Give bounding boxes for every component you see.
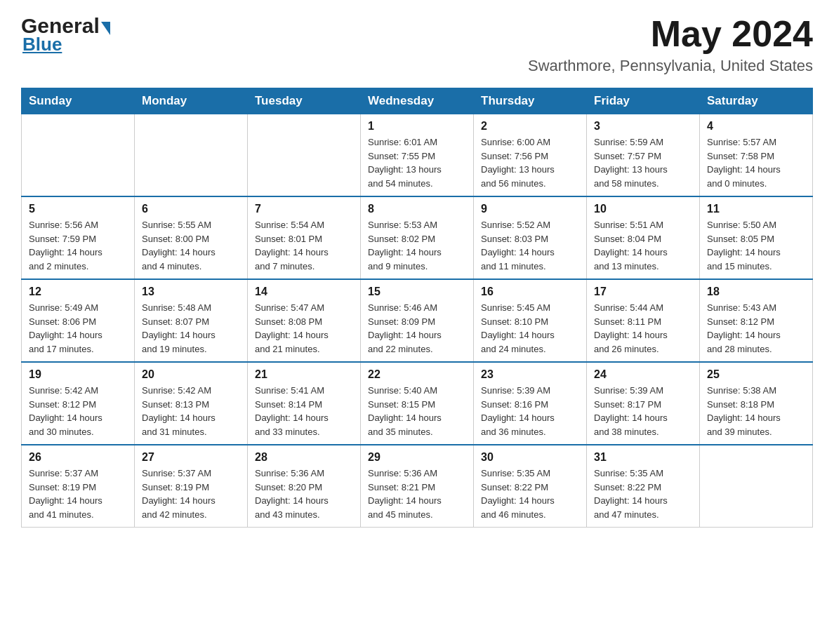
calendar-week-row: 12Sunrise: 5:49 AM Sunset: 8:06 PM Dayli… <box>22 279 813 362</box>
calendar-cell: 9Sunrise: 5:52 AM Sunset: 8:03 PM Daylig… <box>474 196 587 279</box>
calendar-cell: 7Sunrise: 5:54 AM Sunset: 8:01 PM Daylig… <box>248 196 361 279</box>
day-info: Sunrise: 5:51 AM Sunset: 8:04 PM Dayligh… <box>594 218 692 273</box>
day-number: 17 <box>594 286 692 298</box>
calendar-cell: 17Sunrise: 5:44 AM Sunset: 8:11 PM Dayli… <box>587 279 700 362</box>
day-number: 29 <box>368 451 466 464</box>
calendar-cell: 12Sunrise: 5:49 AM Sunset: 8:06 PM Dayli… <box>22 279 135 362</box>
calendar-cell: 8Sunrise: 5:53 AM Sunset: 8:02 PM Daylig… <box>361 196 474 279</box>
calendar-week-row: 5Sunrise: 5:56 AM Sunset: 7:59 PM Daylig… <box>22 196 813 279</box>
calendar-cell: 26Sunrise: 5:37 AM Sunset: 8:19 PM Dayli… <box>22 445 135 528</box>
header: General Blue May 2024 Swarthmore, Pennsy… <box>21 14 813 75</box>
calendar-cell: 11Sunrise: 5:50 AM Sunset: 8:05 PM Dayli… <box>700 196 813 279</box>
day-number: 14 <box>255 286 353 298</box>
calendar-cell <box>248 114 361 197</box>
day-number: 23 <box>481 368 579 381</box>
calendar-cell: 14Sunrise: 5:47 AM Sunset: 8:08 PM Dayli… <box>248 279 361 362</box>
day-info: Sunrise: 5:46 AM Sunset: 8:09 PM Dayligh… <box>368 301 466 356</box>
day-number: 1 <box>368 120 466 133</box>
day-number: 3 <box>594 120 692 133</box>
day-info: Sunrise: 5:35 AM Sunset: 8:22 PM Dayligh… <box>481 467 579 521</box>
day-number: 20 <box>142 368 240 381</box>
day-number: 11 <box>707 203 805 215</box>
calendar-cell <box>135 114 248 197</box>
day-number: 8 <box>368 203 466 215</box>
day-number: 19 <box>29 368 127 381</box>
day-number: 9 <box>481 203 579 215</box>
weekday-header-monday: Monday <box>135 88 248 114</box>
calendar-cell: 23Sunrise: 5:39 AM Sunset: 8:16 PM Dayli… <box>474 362 587 445</box>
day-info: Sunrise: 5:55 AM Sunset: 8:00 PM Dayligh… <box>142 218 240 273</box>
logo-triangle-icon <box>101 22 110 35</box>
calendar-cell: 1Sunrise: 6:01 AM Sunset: 7:55 PM Daylig… <box>361 114 474 197</box>
calendar-cell: 30Sunrise: 5:35 AM Sunset: 8:22 PM Dayli… <box>474 445 587 528</box>
calendar-cell <box>700 445 813 528</box>
calendar-week-row: 19Sunrise: 5:42 AM Sunset: 8:12 PM Dayli… <box>22 362 813 445</box>
calendar-cell: 24Sunrise: 5:39 AM Sunset: 8:17 PM Dayli… <box>587 362 700 445</box>
day-info: Sunrise: 6:00 AM Sunset: 7:56 PM Dayligh… <box>481 135 579 190</box>
day-number: 2 <box>481 120 579 133</box>
calendar-cell: 22Sunrise: 5:40 AM Sunset: 8:15 PM Dayli… <box>361 362 474 445</box>
day-info: Sunrise: 5:40 AM Sunset: 8:15 PM Dayligh… <box>368 384 466 438</box>
day-info: Sunrise: 5:59 AM Sunset: 7:57 PM Dayligh… <box>594 135 692 190</box>
calendar-cell: 13Sunrise: 5:48 AM Sunset: 8:07 PM Dayli… <box>135 279 248 362</box>
calendar-cell: 6Sunrise: 5:55 AM Sunset: 8:00 PM Daylig… <box>135 196 248 279</box>
month-year-title: May 2024 <box>528 14 813 54</box>
calendar-cell: 25Sunrise: 5:38 AM Sunset: 8:18 PM Dayli… <box>700 362 813 445</box>
calendar-cell: 29Sunrise: 5:36 AM Sunset: 8:21 PM Dayli… <box>361 445 474 528</box>
day-info: Sunrise: 5:35 AM Sunset: 8:22 PM Dayligh… <box>594 467 692 521</box>
day-info: Sunrise: 5:36 AM Sunset: 8:21 PM Dayligh… <box>368 467 466 521</box>
day-number: 18 <box>707 286 805 298</box>
day-number: 27 <box>142 451 240 464</box>
day-info: Sunrise: 5:44 AM Sunset: 8:11 PM Dayligh… <box>594 301 692 356</box>
calendar-cell: 5Sunrise: 5:56 AM Sunset: 7:59 PM Daylig… <box>22 196 135 279</box>
day-number: 30 <box>481 451 579 464</box>
day-number: 26 <box>29 451 127 464</box>
day-info: Sunrise: 5:45 AM Sunset: 8:10 PM Dayligh… <box>481 301 579 356</box>
day-number: 22 <box>368 368 466 381</box>
day-number: 25 <box>707 368 805 381</box>
calendar-cell: 16Sunrise: 5:45 AM Sunset: 8:10 PM Dayli… <box>474 279 587 362</box>
calendar-cell: 15Sunrise: 5:46 AM Sunset: 8:09 PM Dayli… <box>361 279 474 362</box>
day-number: 10 <box>594 203 692 215</box>
day-info: Sunrise: 5:49 AM Sunset: 8:06 PM Dayligh… <box>29 301 127 356</box>
calendar-cell: 10Sunrise: 5:51 AM Sunset: 8:04 PM Dayli… <box>587 196 700 279</box>
calendar-cell: 27Sunrise: 5:37 AM Sunset: 8:19 PM Dayli… <box>135 445 248 528</box>
day-info: Sunrise: 5:50 AM Sunset: 8:05 PM Dayligh… <box>707 218 805 273</box>
day-number: 6 <box>142 203 240 215</box>
day-number: 7 <box>255 203 353 215</box>
day-number: 12 <box>29 286 127 298</box>
weekday-header-row: SundayMondayTuesdayWednesdayThursdayFrid… <box>22 88 813 114</box>
day-number: 13 <box>142 286 240 298</box>
day-info: Sunrise: 5:43 AM Sunset: 8:12 PM Dayligh… <box>707 301 805 356</box>
logo-blue-text: Blue <box>22 34 62 55</box>
day-info: Sunrise: 5:48 AM Sunset: 8:07 PM Dayligh… <box>142 301 240 356</box>
day-info: Sunrise: 5:54 AM Sunset: 8:01 PM Dayligh… <box>255 218 353 273</box>
day-number: 24 <box>594 368 692 381</box>
calendar-cell: 4Sunrise: 5:57 AM Sunset: 7:58 PM Daylig… <box>700 114 813 197</box>
day-info: Sunrise: 5:56 AM Sunset: 7:59 PM Dayligh… <box>29 218 127 273</box>
calendar-week-row: 26Sunrise: 5:37 AM Sunset: 8:19 PM Dayli… <box>22 445 813 528</box>
title-area: May 2024 Swarthmore, Pennsylvania, Unite… <box>528 14 813 75</box>
weekday-header-tuesday: Tuesday <box>248 88 361 114</box>
calendar-cell: 28Sunrise: 5:36 AM Sunset: 8:20 PM Dayli… <box>248 445 361 528</box>
day-number: 21 <box>255 368 353 381</box>
calendar-cell: 2Sunrise: 6:00 AM Sunset: 7:56 PM Daylig… <box>474 114 587 197</box>
day-info: Sunrise: 5:38 AM Sunset: 8:18 PM Dayligh… <box>707 384 805 438</box>
day-info: Sunrise: 5:52 AM Sunset: 8:03 PM Dayligh… <box>481 218 579 273</box>
day-info: Sunrise: 5:36 AM Sunset: 8:20 PM Dayligh… <box>255 467 353 521</box>
logo: General Blue <box>21 14 112 55</box>
day-info: Sunrise: 5:41 AM Sunset: 8:14 PM Dayligh… <box>255 384 353 438</box>
calendar-cell: 19Sunrise: 5:42 AM Sunset: 8:12 PM Dayli… <box>22 362 135 445</box>
day-info: Sunrise: 5:39 AM Sunset: 8:16 PM Dayligh… <box>481 384 579 438</box>
location-subtitle: Swarthmore, Pennsylvania, United States <box>528 57 813 75</box>
calendar-cell: 18Sunrise: 5:43 AM Sunset: 8:12 PM Dayli… <box>700 279 813 362</box>
day-info: Sunrise: 5:42 AM Sunset: 8:12 PM Dayligh… <box>29 384 127 438</box>
calendar-cell: 20Sunrise: 5:42 AM Sunset: 8:13 PM Dayli… <box>135 362 248 445</box>
calendar-table: SundayMondayTuesdayWednesdayThursdayFrid… <box>21 88 813 528</box>
weekday-header-wednesday: Wednesday <box>361 88 474 114</box>
calendar-cell: 21Sunrise: 5:41 AM Sunset: 8:14 PM Dayli… <box>248 362 361 445</box>
day-number: 16 <box>481 286 579 298</box>
day-info: Sunrise: 5:47 AM Sunset: 8:08 PM Dayligh… <box>255 301 353 356</box>
day-info: Sunrise: 5:42 AM Sunset: 8:13 PM Dayligh… <box>142 384 240 438</box>
day-info: Sunrise: 5:37 AM Sunset: 8:19 PM Dayligh… <box>29 467 127 521</box>
